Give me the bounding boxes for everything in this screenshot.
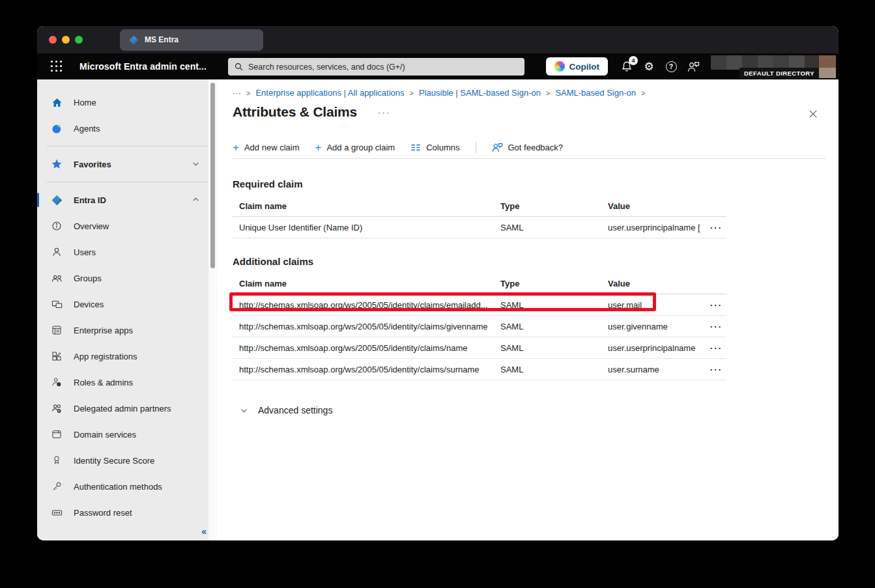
table-row-emailaddress[interactable]: http://schemas.xmlsoap.org/ws/2005/05/id…	[233, 294, 726, 316]
row-more-menu[interactable]: ···	[700, 365, 726, 374]
brand-title[interactable]: Microsoft Entra admin cent...	[79, 61, 207, 72]
required-claim-table: Claim name Type Value Unique User Identi…	[233, 195, 726, 238]
account-redacted-area[interactable]: DEFAULT DIRECTORY	[711, 53, 839, 79]
selected-indicator	[37, 193, 39, 207]
column-header-value[interactable]: Value	[601, 201, 700, 211]
traffic-lights	[49, 36, 83, 44]
breadcrumb-saml-sign-on[interactable]: SAML-based Sign-on	[555, 88, 636, 98]
table-row[interactable]: Unique User Identifier (Name ID) SAML us…	[233, 217, 726, 238]
required-claim-heading: Required claim	[233, 178, 825, 189]
column-header-type[interactable]: Type	[494, 201, 601, 211]
settings-gear-icon[interactable]: ⚙	[638, 55, 660, 77]
row-more-menu[interactable]: ···	[700, 223, 726, 232]
chevron-up-icon	[192, 195, 200, 204]
sidebar-item-home[interactable]: Home	[37, 89, 217, 115]
devices-icon	[51, 298, 63, 310]
type-cell: SAML	[494, 343, 601, 353]
breadcrumb-separator: >	[546, 89, 550, 97]
sidebar-item-overview[interactable]: Overview	[37, 213, 217, 239]
breadcrumb-plausible[interactable]: Plausible | SAML-based Sign-on	[419, 88, 541, 98]
sidebar-item-authentication-methods[interactable]: Authentication methods	[37, 473, 217, 499]
help-icon[interactable]: ?	[660, 55, 682, 77]
chevron-down-icon	[192, 160, 200, 168]
got-feedback-button[interactable]: Got feedback?	[492, 143, 564, 152]
copilot-icon	[554, 61, 565, 72]
claim-name-cell[interactable]: http://schemas.xmlsoap.org/ws/2005/05/id…	[233, 343, 494, 353]
sidebar-item-app-registrations[interactable]: App registrations	[37, 343, 217, 369]
delegated-admin-partners-icon	[51, 402, 63, 414]
sidebar-item-devices[interactable]: Devices	[37, 291, 217, 317]
sidebar-item-groups[interactable]: Groups	[37, 265, 217, 291]
feedback-icon[interactable]	[682, 55, 704, 77]
feedback-icon	[492, 143, 503, 152]
sidebar-scrollbar[interactable]	[208, 79, 217, 540]
table-row-name[interactable]: http://schemas.xmlsoap.org/ws/2005/05/id…	[233, 337, 726, 359]
app-registrations-icon	[51, 350, 63, 362]
minimize-window-button[interactable]	[62, 36, 70, 44]
columns-button[interactable]: Columns	[410, 143, 459, 152]
top-navbar: Microsoft Entra admin cent... Copilot 4 …	[37, 53, 839, 79]
chevron-down-icon	[240, 406, 248, 415]
global-search[interactable]	[228, 58, 524, 76]
type-cell: SAML	[494, 223, 601, 232]
sidebar-item-identity-secure-score[interactable]: Identity Secure Score	[37, 447, 217, 473]
notifications-button[interactable]: 4	[616, 55, 638, 77]
add-group-claim-button[interactable]: + Add a group claim	[315, 142, 395, 153]
table-row-givenname[interactable]: http://schemas.xmlsoap.org/ws/2005/05/id…	[233, 316, 726, 337]
row-more-menu[interactable]: ···	[700, 300, 726, 310]
sidebar-item-password-reset[interactable]: Password reset	[37, 499, 217, 525]
scrollbar-thumb[interactable]	[210, 83, 215, 268]
sidebar-item-users[interactable]: Users	[37, 239, 217, 265]
title-more-menu[interactable]: ···	[378, 107, 390, 117]
sidebar-item-entra-id[interactable]: Entra ID	[37, 187, 217, 213]
sidebar-item-roles-admins[interactable]: T Roles & admins	[37, 369, 217, 395]
claim-name-cell[interactable]: http://schemas.xmlsoap.org/ws/2005/05/id…	[233, 300, 494, 310]
search-icon	[235, 63, 243, 71]
entra-favicon	[129, 35, 139, 45]
claim-name-cell[interactable]: Unique User Identifier (Name ID)	[233, 223, 494, 232]
breadcrumb-enterprise-applications[interactable]: Enterprise applications | All applicatio…	[255, 88, 404, 98]
column-header-claim-name[interactable]: Claim name	[233, 279, 494, 288]
home-icon	[51, 96, 63, 108]
sidebar-item-delegated-admin-partners[interactable]: Delegated admin partners	[37, 395, 217, 421]
close-window-button[interactable]	[49, 36, 57, 44]
value-cell: user.userprincipalname	[601, 343, 700, 353]
copilot-button[interactable]: Copilot	[546, 57, 609, 76]
domain-services-icon	[51, 428, 63, 440]
search-input[interactable]	[248, 63, 518, 72]
browser-titlebar: MS Entra	[37, 26, 839, 53]
table-row-surname[interactable]: http://schemas.xmlsoap.org/ws/2005/05/id…	[233, 359, 726, 380]
value-cell: user.givenname	[601, 322, 700, 331]
column-header-type[interactable]: Type	[494, 279, 601, 288]
browser-tab[interactable]: MS Entra	[120, 29, 263, 51]
claim-name-cell[interactable]: http://schemas.xmlsoap.org/ws/2005/05/id…	[233, 365, 494, 374]
breadcrumb: ··· > Enterprise applications | All appl…	[233, 88, 825, 98]
directory-label: DEFAULT DIRECTORY	[739, 68, 819, 78]
plus-icon: +	[233, 142, 239, 153]
close-panel-icon[interactable]	[807, 108, 819, 120]
add-new-claim-button[interactable]: + Add new claim	[233, 142, 299, 153]
sidebar-item-domain-services[interactable]: Domain services	[37, 421, 217, 447]
sidebar: Home Agents Favorites Entra ID	[37, 79, 217, 540]
sidebar-item-agents[interactable]: Agents	[37, 115, 217, 141]
favorites-star-icon	[51, 158, 63, 170]
info-icon	[51, 220, 63, 232]
row-more-menu[interactable]: ···	[700, 343, 726, 353]
advanced-settings-toggle[interactable]: Advanced settings	[233, 405, 825, 415]
type-cell: SAML	[494, 300, 601, 310]
breadcrumb-separator: >	[641, 89, 645, 97]
user-icon	[51, 246, 63, 258]
zoom-window-button[interactable]	[75, 36, 83, 44]
column-header-value[interactable]: Value	[601, 279, 700, 288]
plus-icon: +	[315, 142, 321, 153]
collapse-sidebar-button[interactable]: «	[201, 526, 207, 537]
sidebar-item-favorites[interactable]: Favorites	[37, 151, 217, 177]
breadcrumb-overflow[interactable]: ···	[233, 88, 241, 98]
toolbar-divider	[476, 142, 476, 153]
sidebar-item-enterprise-apps[interactable]: Enterprise apps	[37, 317, 217, 343]
claim-name-cell[interactable]: http://schemas.xmlsoap.org/ws/2005/05/id…	[233, 322, 494, 331]
value-cell: user.mail	[601, 300, 700, 310]
waffle-menu-icon[interactable]	[46, 55, 68, 77]
column-header-claim-name[interactable]: Claim name	[233, 201, 494, 211]
row-more-menu[interactable]: ···	[700, 322, 726, 331]
